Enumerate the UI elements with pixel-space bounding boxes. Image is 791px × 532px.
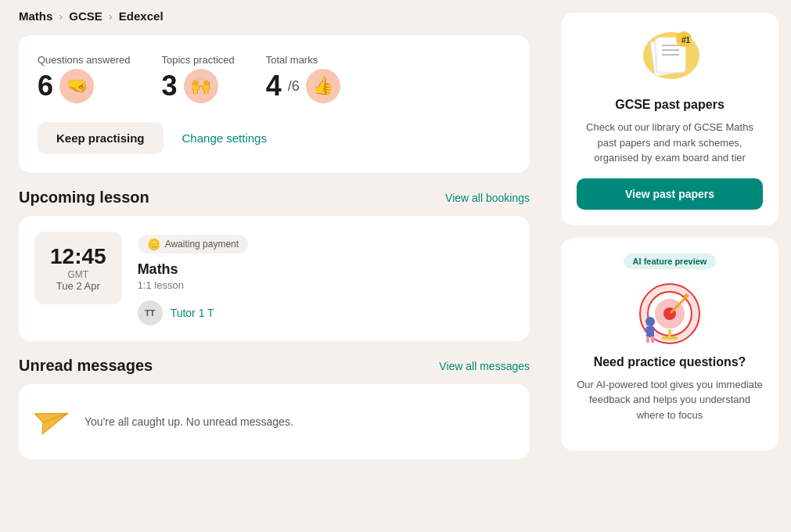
svg-rect-20 [643,328,648,329]
tutor-row: TT Tutor 1 T [138,300,514,325]
left-panel: Maths › GCSE › Edexcel Questions answere… [0,0,548,532]
change-settings-button[interactable]: Change settings [182,131,267,145]
svg-rect-24 [668,329,671,337]
view-all-bookings-link[interactable]: View all bookings [445,192,530,204]
ai-feature-badge: AI feature preview [624,253,717,269]
stat-topics-emoji: 🙌 [184,69,218,103]
stat-questions-emoji: 🤜 [59,69,94,103]
stats-row: Questions answered 6 🤜 Topics practiced … [38,54,511,103]
lesson-type: 1:1 lesson [138,279,514,291]
actions-row: Keep practising Change settings [38,122,511,154]
breadcrumb-maths[interactable]: Maths [19,9,52,23]
past-papers-desc: Check out our library of GCSE Maths past… [577,120,763,166]
messages-section: Unread messages View all messages You're… [19,357,530,459]
payment-status-text: Awaiting payment [165,239,239,250]
stat-questions-value-row: 6 🤜 [38,69,131,103]
stats-card: Questions answered 6 🤜 Topics practiced … [19,35,530,173]
lesson-time-block: 12:45 GMT Tue 2 Apr [34,232,122,304]
ai-feature-desc: Our AI-powered tool gives you immediate … [577,377,763,423]
stat-topics-practiced: Topics practiced 3 🙌 [162,54,235,103]
svg-rect-22 [651,336,654,343]
ai-feature-title: Need practice questions? [577,355,763,369]
lesson-time: 12:45 [50,244,106,269]
breadcrumb-sep-1: › [59,9,63,23]
breadcrumb-sep-2: › [109,9,113,23]
lesson-card: 12:45 GMT Tue 2 Apr 🪙 Awaiting payment M… [19,216,530,341]
ai-feature-image [577,279,763,349]
messages-card: You're all caught up. No unread messages… [19,384,530,459]
stat-marks-value-row: 4 /6 👍 [266,69,340,103]
past-papers-image: #1 [577,28,763,90]
messages-title: Unread messages [19,357,153,375]
svg-rect-21 [646,336,649,343]
past-papers-title: GCSE past papers [577,98,763,112]
lesson-timezone: GMT [50,269,106,280]
payment-icon: 🪙 [147,238,160,250]
upcoming-lesson-header: Upcoming lesson View all bookings [19,189,530,207]
lesson-details: 🪙 Awaiting payment Maths 1:1 lesson TT T… [138,232,514,325]
right-panel: #1 GCSE past papers Check out our librar… [548,0,791,532]
breadcrumb: Maths › GCSE › Edexcel [19,0,530,35]
stat-topics-label: Topics practiced [162,54,235,66]
breadcrumb-gcse[interactable]: GCSE [69,9,102,23]
svg-text:#1: #1 [681,36,691,45]
lesson-date: Tue 2 Apr [50,280,106,292]
stat-topics-value-row: 3 🙌 [162,69,235,103]
stat-topics-number: 3 [162,70,178,102]
stat-marks-suffix: /6 [288,78,300,95]
tutor-avatar: TT [138,300,163,325]
stat-total-marks: Total marks 4 /6 👍 [266,54,340,103]
stat-questions-answered: Questions answered 6 🤜 [38,54,131,103]
svg-point-18 [645,317,655,326]
breadcrumb-edexcel[interactable]: Edexcel [119,9,164,23]
svg-rect-19 [646,326,654,337]
view-all-messages-link[interactable]: View all messages [439,360,530,372]
messages-icon [34,400,72,444]
stat-marks-emoji: 👍 [306,69,340,103]
messages-empty-text: You're all caught up. No unread messages… [84,415,293,428]
past-papers-card: #1 GCSE past papers Check out our librar… [561,13,778,225]
payment-badge: 🪙 Awaiting payment [138,235,249,253]
view-past-papers-button[interactable]: View past papers [577,178,763,210]
stat-marks-number: 4 [266,70,282,102]
stat-questions-number: 6 [38,70,53,102]
upcoming-lesson-title: Upcoming lesson [19,189,149,207]
lesson-subject: Maths [138,261,514,278]
ai-feature-card: AI feature preview [561,238,778,451]
tutor-name[interactable]: Tutor 1 T [171,307,214,319]
stat-marks-label: Total marks [266,54,340,66]
upcoming-lesson-section: Upcoming lesson View all bookings 12:45 … [19,189,530,341]
keep-practising-button[interactable]: Keep practising [38,122,164,154]
messages-header: Unread messages View all messages [19,357,530,375]
stat-questions-label: Questions answered [38,54,131,66]
